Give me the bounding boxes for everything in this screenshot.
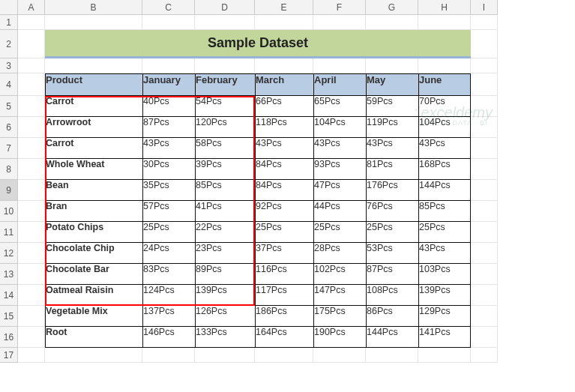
cell[interactable] <box>313 348 366 363</box>
cell[interactable] <box>471 138 498 159</box>
cell[interactable] <box>18 180 45 201</box>
value-cell[interactable]: 39Pcs <box>195 159 255 180</box>
value-cell[interactable]: 147Pcs <box>313 285 366 306</box>
row-header-1[interactable]: 1 <box>0 15 18 30</box>
value-cell[interactable]: 41Pcs <box>195 201 255 222</box>
value-cell[interactable]: 83Pcs <box>142 264 195 285</box>
cell[interactable] <box>18 58 45 73</box>
cell[interactable] <box>471 96 498 117</box>
cell[interactable] <box>45 15 142 30</box>
value-cell[interactable]: 57Pcs <box>142 201 195 222</box>
cell[interactable] <box>18 201 45 222</box>
row-header-6[interactable]: 6 <box>0 117 18 138</box>
value-cell[interactable]: 25Pcs <box>142 222 195 243</box>
value-cell[interactable]: 58Pcs <box>195 138 255 159</box>
cell[interactable] <box>18 117 45 138</box>
value-cell[interactable]: 117Pcs <box>255 285 313 306</box>
value-cell[interactable]: 25Pcs <box>313 222 366 243</box>
product-cell[interactable]: Bran <box>45 201 142 222</box>
value-cell[interactable]: 186Pcs <box>255 306 313 327</box>
value-cell[interactable]: 144Pcs <box>418 180 471 201</box>
cell[interactable] <box>418 348 471 363</box>
value-cell[interactable]: 129Pcs <box>418 306 471 327</box>
value-cell[interactable]: 168Pcs <box>418 159 471 180</box>
value-cell[interactable]: 47Pcs <box>313 180 366 201</box>
col-header-C[interactable]: C <box>142 0 195 15</box>
cell[interactable] <box>471 222 498 243</box>
value-cell[interactable]: 44Pcs <box>313 201 366 222</box>
value-cell[interactable]: 43Pcs <box>418 243 471 264</box>
col-header-D[interactable]: D <box>195 0 255 15</box>
product-cell[interactable]: Carrot <box>45 138 142 159</box>
cell[interactable] <box>471 30 498 58</box>
cell[interactable] <box>471 73 498 96</box>
cell[interactable] <box>18 15 45 30</box>
row-header-5[interactable]: 5 <box>0 96 18 117</box>
col-header-I[interactable]: I <box>471 0 498 15</box>
col-header-F[interactable]: F <box>313 0 366 15</box>
cell[interactable] <box>366 15 418 30</box>
row-header-8[interactable]: 8 <box>0 159 18 180</box>
cell[interactable] <box>18 348 45 363</box>
value-cell[interactable]: 43Pcs <box>255 138 313 159</box>
cell[interactable] <box>418 58 471 73</box>
product-cell[interactable]: Chocolate Chip <box>45 243 142 264</box>
row-header-10[interactable]: 10 <box>0 201 18 222</box>
cell[interactable] <box>471 264 498 285</box>
row-header-7[interactable]: 7 <box>0 138 18 159</box>
cell[interactable] <box>18 159 45 180</box>
value-cell[interactable]: 175Pcs <box>313 306 366 327</box>
value-cell[interactable]: 119Pcs <box>366 117 418 138</box>
cell[interactable] <box>313 58 366 73</box>
cell[interactable] <box>18 30 45 58</box>
value-cell[interactable]: 25Pcs <box>255 222 313 243</box>
product-cell[interactable]: Root <box>45 327 142 348</box>
value-cell[interactable]: 23Pcs <box>195 243 255 264</box>
row-header-9[interactable]: 9 <box>0 180 18 201</box>
cell[interactable] <box>313 15 366 30</box>
value-cell[interactable]: 87Pcs <box>366 264 418 285</box>
select-all-corner[interactable] <box>0 0 18 15</box>
value-cell[interactable]: 108Pcs <box>366 285 418 306</box>
cell[interactable] <box>45 58 142 73</box>
cell[interactable] <box>18 138 45 159</box>
row-header-13[interactable]: 13 <box>0 264 18 285</box>
value-cell[interactable]: 85Pcs <box>418 201 471 222</box>
cell[interactable] <box>18 96 45 117</box>
cell[interactable] <box>142 15 195 30</box>
product-cell[interactable]: Oatmeal Raisin <box>45 285 142 306</box>
cell[interactable] <box>471 348 498 363</box>
cell[interactable] <box>471 180 498 201</box>
cell[interactable] <box>471 159 498 180</box>
cell[interactable] <box>195 58 255 73</box>
cell[interactable] <box>195 348 255 363</box>
cell[interactable] <box>471 201 498 222</box>
value-cell[interactable]: 118Pcs <box>255 117 313 138</box>
row-header-14[interactable]: 14 <box>0 285 18 306</box>
cell[interactable] <box>255 348 313 363</box>
value-cell[interactable]: 104Pcs <box>313 117 366 138</box>
value-cell[interactable]: 81Pcs <box>366 159 418 180</box>
value-cell[interactable]: 70Pcs <box>418 96 471 117</box>
row-header-15[interactable]: 15 <box>0 306 18 327</box>
value-cell[interactable]: 144Pcs <box>366 327 418 348</box>
value-cell[interactable]: 87Pcs <box>142 117 195 138</box>
cell[interactable] <box>471 306 498 327</box>
value-cell[interactable]: 66Pcs <box>255 96 313 117</box>
value-cell[interactable]: 102Pcs <box>313 264 366 285</box>
cell[interactable] <box>18 306 45 327</box>
product-cell[interactable]: Arrowroot <box>45 117 142 138</box>
value-cell[interactable]: 65Pcs <box>313 96 366 117</box>
product-cell[interactable]: Potato Chips <box>45 222 142 243</box>
cell[interactable] <box>18 285 45 306</box>
value-cell[interactable]: 59Pcs <box>366 96 418 117</box>
value-cell[interactable]: 176Pcs <box>366 180 418 201</box>
cell[interactable] <box>18 243 45 264</box>
value-cell[interactable]: 54Pcs <box>195 96 255 117</box>
row-header-11[interactable]: 11 <box>0 222 18 243</box>
value-cell[interactable]: 84Pcs <box>255 159 313 180</box>
value-cell[interactable]: 43Pcs <box>313 138 366 159</box>
value-cell[interactable]: 139Pcs <box>195 285 255 306</box>
value-cell[interactable]: 22Pcs <box>195 222 255 243</box>
row-header-16[interactable]: 16 <box>0 327 18 348</box>
